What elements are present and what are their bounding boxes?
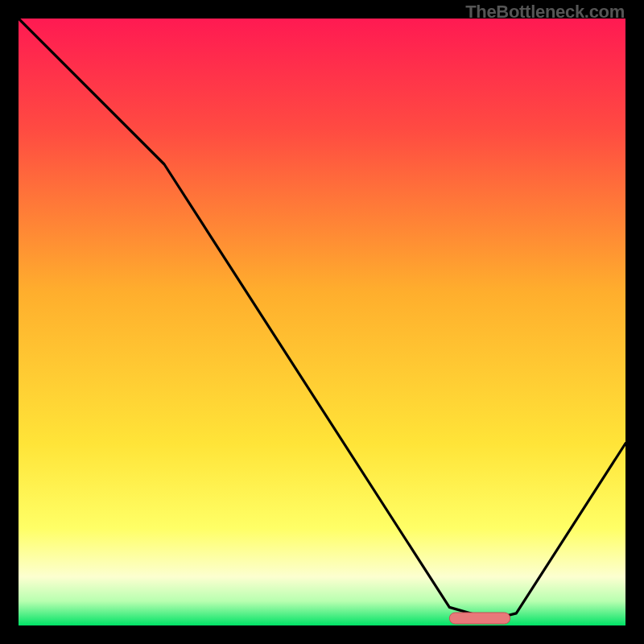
chart-frame <box>19 19 625 625</box>
bottleneck-chart <box>19 19 625 625</box>
optimal-range-marker <box>449 613 510 624</box>
